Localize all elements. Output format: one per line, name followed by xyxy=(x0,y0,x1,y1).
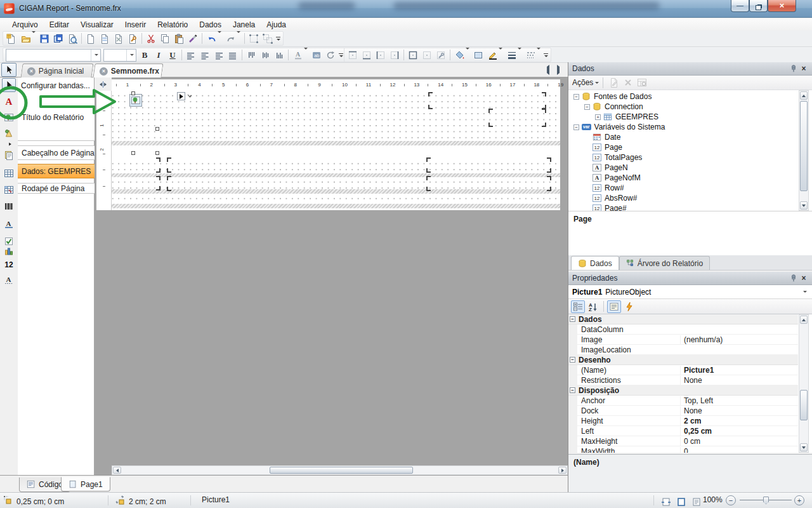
align-left-button[interactable] xyxy=(184,48,198,62)
tree-item-geempres[interactable]: +GEEMPRES xyxy=(568,112,798,122)
align-right-button[interactable] xyxy=(212,48,226,62)
matrix-object-button[interactable] xyxy=(2,183,16,197)
band-row-1[interactable]: Título do Relatório xyxy=(18,94,95,141)
zoom-out-button[interactable]: − xyxy=(726,495,736,505)
page-tab-page1[interactable]: Page1 xyxy=(61,477,110,491)
property-row-maxheight[interactable]: MaxHeight0 cm xyxy=(568,436,798,446)
border-right-button[interactable] xyxy=(388,48,402,62)
property-row-left[interactable]: Left0,25 cm xyxy=(568,426,798,436)
category-expander[interactable]: − xyxy=(570,357,575,363)
line-color-button[interactable] xyxy=(485,48,504,62)
band-row-2[interactable]: Cabeçalho de Página xyxy=(18,145,95,160)
band-row-3[interactable]: Dados: GEEMPRES xyxy=(18,164,95,178)
subreport-object-button[interactable] xyxy=(2,149,16,163)
smart-tag-button[interactable] xyxy=(177,92,185,100)
tab-close-icon[interactable]: × xyxy=(100,67,108,75)
menu-dados[interactable]: Dados xyxy=(193,19,227,30)
vscroll-thumb[interactable] xyxy=(800,101,808,191)
menu-editar[interactable]: Editar xyxy=(44,19,75,30)
band-splitter-control[interactable] xyxy=(95,77,112,91)
property-row-maxwidth[interactable]: MaxWidth0 xyxy=(568,446,798,453)
vscroll-thumb[interactable] xyxy=(800,390,808,420)
close-button[interactable]: × xyxy=(768,0,796,12)
close-icon[interactable]: × xyxy=(799,64,809,74)
italic-button[interactable]: I xyxy=(152,48,166,62)
property-row-name[interactable]: (Name)Picture1 xyxy=(568,365,798,375)
property-value[interactable]: 0 xyxy=(680,447,794,453)
tree-expander[interactable]: − xyxy=(573,94,579,100)
save-button[interactable] xyxy=(37,32,51,45)
vscroll-down-button[interactable] xyxy=(800,443,808,451)
new-report-button[interactable] xyxy=(4,32,18,45)
underline-button[interactable]: U xyxy=(166,48,180,62)
tree-expander[interactable]: + xyxy=(595,114,601,120)
selection-handle[interactable] xyxy=(155,127,159,131)
dock-tab-2[interactable]: Árvore do Relatório xyxy=(619,256,710,270)
new-page-button[interactable] xyxy=(84,32,98,45)
tree-item-pagenofm[interactable]: APageNofM xyxy=(568,173,798,183)
menu-arquivo[interactable]: Arquivo xyxy=(6,19,44,30)
property-row-disposio[interactable]: −Disposição xyxy=(568,385,798,396)
page-settings-button[interactable] xyxy=(126,32,140,45)
property-value[interactable]: None xyxy=(680,406,794,415)
view-mode-3-button[interactable] xyxy=(690,495,703,508)
frame-style-button[interactable] xyxy=(471,48,485,62)
selection-handle[interactable] xyxy=(131,91,135,95)
delete-page-button[interactable] xyxy=(112,32,126,45)
pin-icon[interactable] xyxy=(789,274,799,283)
property-row-dock[interactable]: DockNone xyxy=(568,406,798,416)
preview-button[interactable] xyxy=(65,32,79,45)
hscroll-right-button[interactable] xyxy=(558,467,566,474)
proppages-button[interactable] xyxy=(607,300,621,313)
select-tool-button[interactable] xyxy=(2,78,16,92)
tab-scroll-left[interactable] xyxy=(544,66,552,74)
font-color-button[interactable]: A xyxy=(291,48,310,62)
categorized-button[interactable] xyxy=(571,300,585,313)
group-button[interactable] xyxy=(247,32,261,45)
property-row-image[interactable]: Image(nenhum/a) xyxy=(568,335,798,345)
ungroup-button[interactable] xyxy=(261,32,275,45)
menu-visualizar[interactable]: Visualizar xyxy=(75,19,119,30)
save-all-button[interactable] xyxy=(51,32,65,45)
vscroll-up-button[interactable] xyxy=(800,91,808,100)
paste-button[interactable] xyxy=(172,32,186,45)
view-mode-1-button[interactable] xyxy=(660,495,672,508)
rotate-button[interactable] xyxy=(324,48,337,62)
property-value[interactable]: None xyxy=(680,376,794,385)
toolbar-overflow-button[interactable] xyxy=(542,48,549,62)
property-value[interactable]: 2 cm xyxy=(680,417,794,425)
richtext-object-button[interactable]: A xyxy=(2,217,16,231)
events-button[interactable] xyxy=(622,300,636,313)
format-painter-button[interactable] xyxy=(186,32,200,45)
restore-button[interactable] xyxy=(749,0,768,12)
border-left-button[interactable] xyxy=(374,48,388,62)
tree-expander[interactable]: − xyxy=(573,124,579,130)
report-band-4[interactable] xyxy=(112,194,560,204)
border-top-button[interactable] xyxy=(346,48,360,62)
report-band-3[interactable] xyxy=(112,177,560,189)
digits-object-button[interactable]: 12 xyxy=(2,258,16,272)
vscroll-down-button[interactable] xyxy=(800,201,808,210)
highlight-button[interactable]: ab xyxy=(310,48,324,62)
chart-object-button[interactable] xyxy=(2,244,16,258)
property-row-dados[interactable]: −Dados xyxy=(568,314,798,324)
band-row-4[interactable]: Rodapé de Página xyxy=(18,183,95,194)
font-combo[interactable] xyxy=(6,49,101,62)
document-tab-2[interactable]: ×Semnome.frx xyxy=(93,64,163,77)
grid-vscrollbar[interactable] xyxy=(799,314,809,453)
toolbar-overflow-button[interactable] xyxy=(275,32,282,45)
valign-top-button[interactable] xyxy=(244,48,258,62)
category-expander[interactable]: − xyxy=(570,316,575,322)
sortaz-button[interactable]: AZ xyxy=(586,300,600,313)
picture-object-button[interactable] xyxy=(2,110,16,124)
object-selector-dropdown[interactable] xyxy=(800,291,809,293)
selection-handle[interactable] xyxy=(155,151,159,155)
picture-object[interactable] xyxy=(129,94,142,107)
edit-button[interactable] xyxy=(607,76,621,90)
redo-button[interactable] xyxy=(223,32,242,45)
flyout-arrow-button[interactable] xyxy=(6,141,14,147)
vscroll-up-button[interactable] xyxy=(800,316,808,324)
view-mode-2-button[interactable] xyxy=(675,495,688,508)
border-props-button[interactable] xyxy=(434,48,448,62)
report-page[interactable] xyxy=(112,91,560,210)
